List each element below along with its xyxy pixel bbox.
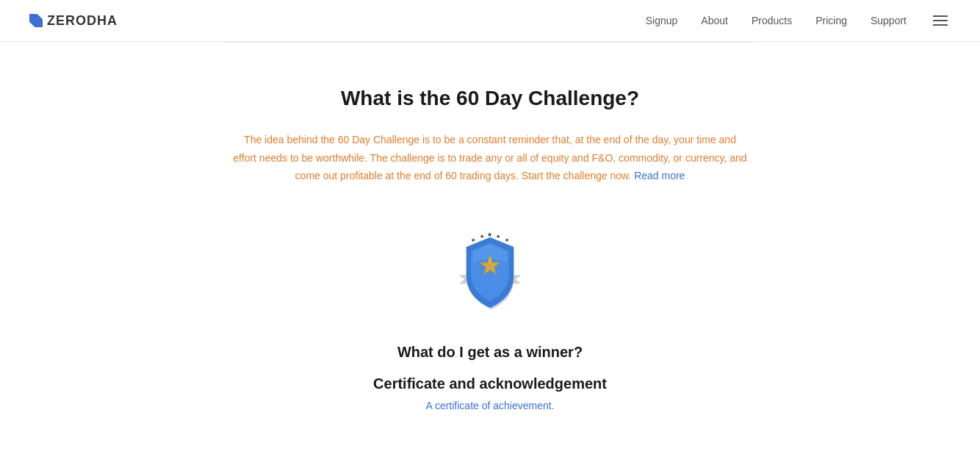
- challenge-description: The idea behind the 60 Day Challenge is …: [233, 131, 747, 185]
- svg-text:★: ★: [480, 233, 484, 240]
- read-more-link[interactable]: Read more: [634, 170, 685, 181]
- logo-icon: [29, 14, 43, 27]
- svg-text:★: ★: [496, 233, 500, 240]
- logo-link[interactable]: ZERODHA: [29, 13, 118, 29]
- cert-description: A certificate of achievement.: [211, 400, 769, 411]
- hamburger-line-3: [933, 24, 948, 26]
- hamburger-line-2: [933, 20, 948, 21]
- hamburger-menu[interactable]: [930, 12, 951, 29]
- winner-question-title: What do I get as a winner?: [211, 344, 769, 361]
- navbar: ZERODHA Signup About Products Pricing Su…: [0, 0, 980, 42]
- page-title: What is the 60 Day Challenge?: [211, 87, 769, 110]
- nav-about[interactable]: About: [701, 15, 728, 26]
- shield-badge-icon: ★ ★ ★ ★ ★: [450, 229, 530, 317]
- badge-container: ★ ★ ★ ★ ★: [211, 229, 769, 317]
- logo-text: ZERODHA: [47, 13, 118, 29]
- nav-signup[interactable]: Signup: [646, 15, 678, 26]
- nav-products[interactable]: Products: [752, 15, 792, 26]
- svg-text:★: ★: [488, 231, 493, 238]
- svg-text:★: ★: [471, 236, 475, 242]
- nav-links: Signup About Products Pricing Support: [646, 12, 951, 29]
- main-content: What is the 60 Day Challenge? The idea b…: [196, 43, 784, 441]
- nav-pricing[interactable]: Pricing: [815, 15, 847, 26]
- svg-text:★: ★: [505, 236, 509, 242]
- cert-title: Certificate and acknowledgement: [211, 375, 769, 392]
- nav-support[interactable]: Support: [871, 15, 907, 26]
- hamburger-line-1: [933, 15, 948, 17]
